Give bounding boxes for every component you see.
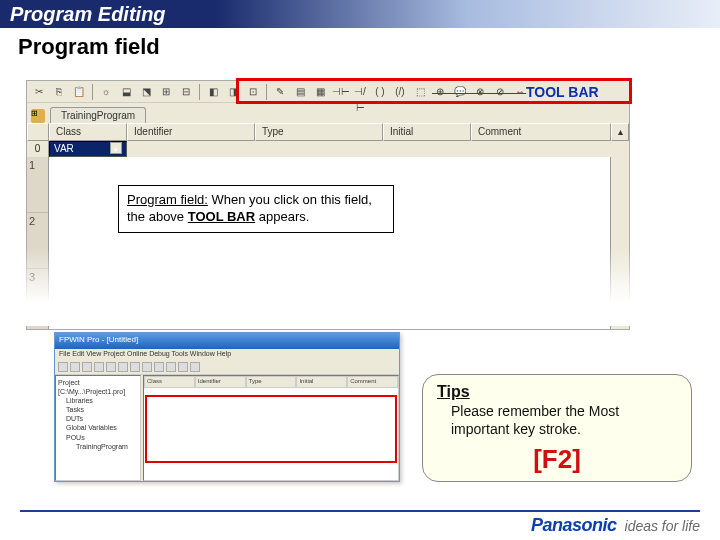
coil-icon[interactable]: (/): [391, 83, 409, 101]
small-highlight-box: [145, 395, 397, 463]
footer-logo: Panasonic ideas for life: [531, 515, 700, 536]
footer-divider: [20, 510, 700, 512]
tool-icon[interactable]: [58, 362, 68, 372]
dropdown-icon[interactable]: ▾: [110, 142, 122, 154]
tool-icon[interactable]: ▤: [291, 83, 309, 101]
tool-icon[interactable]: ⊡: [244, 83, 262, 101]
small-col: Class: [144, 376, 195, 388]
col-initial[interactable]: Initial: [383, 123, 471, 141]
line-gutter: 1 2 3: [27, 157, 49, 329]
brand-logo: Panasonic: [531, 515, 617, 536]
comment-icon[interactable]: 💬: [451, 83, 469, 101]
line-number: 1: [27, 157, 48, 213]
row-number: 0: [27, 141, 49, 157]
tree-item[interactable]: Global Variables: [58, 423, 138, 432]
scroll-up-icon[interactable]: ▴: [611, 123, 629, 141]
line-number: 2: [27, 213, 48, 269]
contact-icon[interactable]: ⊣/⊢: [351, 83, 369, 101]
note-bold: Program field:: [127, 192, 208, 207]
window-titlebar: FPWIN Pro - [Untitled]: [55, 333, 399, 349]
var-row[interactable]: 0 VAR▾: [27, 141, 629, 157]
tool-icon[interactable]: ⊘: [491, 83, 509, 101]
col-identifier[interactable]: Identifier: [127, 123, 255, 141]
scrollbar-v[interactable]: [611, 157, 629, 329]
small-col: Comment: [347, 376, 398, 388]
callout-line: [432, 93, 526, 94]
tool-icon[interactable]: [154, 362, 164, 372]
var-grid-header: Class Identifier Type Initial Comment ▴: [27, 123, 629, 141]
brand-tagline: ideas for life: [625, 518, 700, 534]
tree-item[interactable]: TrainingProgram: [58, 442, 138, 451]
project-tree[interactable]: Project [C:\My...\Project1.pro] Librarie…: [55, 375, 141, 481]
tips-box: Tips Please remember the Most important …: [422, 374, 692, 482]
note-tail: appears.: [255, 209, 309, 224]
cut-icon[interactable]: ✂: [30, 83, 48, 101]
header-bar: Program Editing: [0, 0, 720, 28]
copy-icon[interactable]: ⎘: [50, 83, 68, 101]
tool-icon[interactable]: ⬓: [117, 83, 135, 101]
edit-icon[interactable]: ✎: [271, 83, 289, 101]
note-underline: TOOL BAR: [188, 209, 255, 224]
paste-icon[interactable]: 📋: [70, 83, 88, 101]
small-col: Type: [246, 376, 297, 388]
small-col: Initial: [296, 376, 347, 388]
tool-icon[interactable]: [130, 362, 140, 372]
tool-icon[interactable]: ⬚: [411, 83, 429, 101]
tree-item[interactable]: Project [C:\My...\Project1.pro]: [58, 378, 138, 396]
col-comment[interactable]: Comment: [471, 123, 611, 141]
tree-item[interactable]: POUs: [58, 433, 138, 442]
class-cell[interactable]: VAR▾: [49, 141, 127, 157]
tool-icon[interactable]: [94, 362, 104, 372]
tool-icon[interactable]: [178, 362, 188, 372]
tool-icon[interactable]: [106, 362, 116, 372]
coil-icon[interactable]: ( ): [371, 83, 389, 101]
program-tab[interactable]: TrainingProgram: [50, 107, 146, 123]
tool-icon[interactable]: [118, 362, 128, 372]
tips-text: Please remember the Most important key s…: [437, 403, 677, 438]
subheading: Program field: [0, 28, 720, 64]
tool-icon[interactable]: [190, 362, 200, 372]
tool-icon[interactable]: ⬔: [137, 83, 155, 101]
tool-icon[interactable]: [142, 362, 152, 372]
tree-item[interactable]: DUTs: [58, 414, 138, 423]
small-col: Identifier: [195, 376, 246, 388]
col-type[interactable]: Type: [255, 123, 383, 141]
separator: [266, 84, 267, 100]
tab-row: ⊞ TrainingProgram: [27, 103, 629, 123]
explanation-box: Program field: When you click on this fi…: [118, 185, 394, 233]
page-title: Program Editing: [10, 3, 166, 26]
separator: [199, 84, 200, 100]
tool-icon[interactable]: ⊟: [177, 83, 195, 101]
contact-icon[interactable]: ⊣⊢: [331, 83, 349, 101]
line-number: 3: [27, 269, 48, 325]
small-app-window: FPWIN Pro - [Untitled] File Edit View Pr…: [54, 332, 400, 482]
menu-bar[interactable]: File Edit View Project Online Debug Tool…: [55, 349, 399, 361]
tool-icon[interactable]: ⊗: [471, 83, 489, 101]
col-class[interactable]: Class: [49, 123, 127, 141]
tool-icon[interactable]: ☼: [97, 83, 115, 101]
tool-icon[interactable]: ⊞: [157, 83, 175, 101]
tips-title: Tips: [437, 383, 677, 401]
tool-icon[interactable]: ◧: [204, 83, 222, 101]
separator: [92, 84, 93, 100]
tool-icon[interactable]: ▦: [311, 83, 329, 101]
tool-icon[interactable]: [82, 362, 92, 372]
editor-body: 1 2 3: [27, 157, 629, 329]
tool-icon[interactable]: [70, 362, 80, 372]
tips-key: [F2]: [437, 444, 677, 475]
tab-icon: ⊞: [31, 109, 45, 123]
tree-item[interactable]: Libraries: [58, 396, 138, 405]
small-toolbar: [55, 361, 399, 375]
col-rownum: [27, 123, 49, 141]
tool-icon[interactable]: ⊕: [431, 83, 449, 101]
tool-icon[interactable]: ◨: [224, 83, 242, 101]
tool-icon[interactable]: [166, 362, 176, 372]
program-field[interactable]: [49, 157, 611, 329]
toolbar-label: TOOL BAR: [526, 84, 599, 100]
tree-item[interactable]: Tasks: [58, 405, 138, 414]
small-grid-header: Class Identifier Type Initial Comment: [144, 376, 398, 388]
